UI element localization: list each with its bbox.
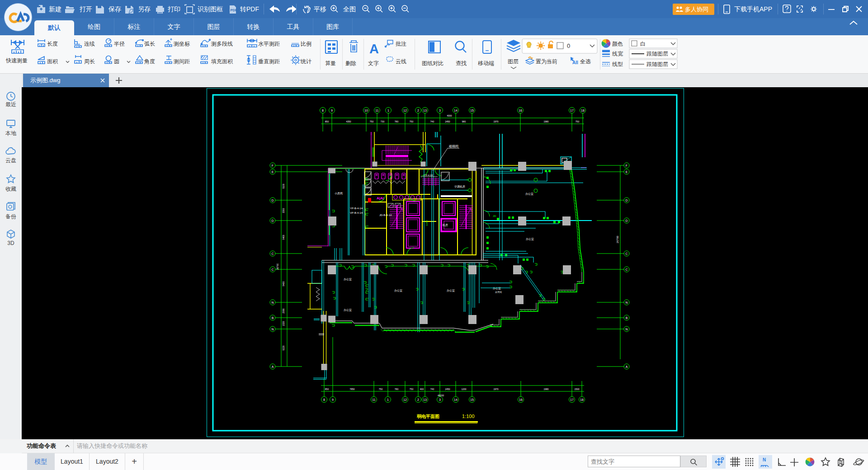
svg-text:3300: 3300 xyxy=(282,208,285,213)
svg-text:D: D xyxy=(271,219,274,222)
svg-text:2450: 2450 xyxy=(445,388,450,390)
svg-text:空调机房: 空调机房 xyxy=(454,185,465,188)
svg-text:跟随图层: 跟随图层 xyxy=(646,61,668,67)
svg-text:740: 740 xyxy=(430,120,434,123)
svg-text:1980: 1980 xyxy=(543,388,548,390)
svg-text:11: 11 xyxy=(372,398,375,401)
svg-text:N: N xyxy=(625,301,627,304)
svg-text:办公室: 办公室 xyxy=(394,289,402,292)
svg-text:2: 2 xyxy=(417,398,419,401)
svg-text:850: 850 xyxy=(325,388,329,390)
svg-text:1150: 1150 xyxy=(425,220,428,226)
svg-text:750: 750 xyxy=(379,388,383,390)
svg-text:1970: 1970 xyxy=(493,388,498,390)
svg-text:980: 980 xyxy=(462,120,466,123)
svg-text:2580: 2580 xyxy=(282,308,285,313)
svg-text:楼梯间: 楼梯间 xyxy=(449,145,458,148)
svg-text:18: 18 xyxy=(581,109,585,112)
svg-text:弱电平面图: 弱电平面图 xyxy=(416,414,439,419)
svg-text:办公室: 办公室 xyxy=(526,237,534,240)
svg-text:14: 14 xyxy=(454,109,458,112)
svg-text:9: 9 xyxy=(332,398,334,401)
svg-text:D: D xyxy=(271,199,274,202)
svg-text:F: F xyxy=(272,164,274,167)
svg-text:16: 16 xyxy=(519,109,522,112)
svg-text:0: 0 xyxy=(567,42,570,49)
svg-text:9: 9 xyxy=(331,109,333,112)
svg-text:14: 14 xyxy=(454,398,458,401)
svg-text:A: A xyxy=(272,365,274,368)
svg-text:All: All xyxy=(572,60,578,65)
svg-text:办公室: 办公室 xyxy=(525,192,533,195)
svg-text:26700: 26700 xyxy=(616,235,619,243)
svg-text:5400: 5400 xyxy=(282,281,285,286)
svg-text:水管间: 水管间 xyxy=(495,291,502,294)
svg-text:办公室: 办公室 xyxy=(344,308,352,311)
svg-text:白: 白 xyxy=(640,41,646,47)
svg-text:15: 15 xyxy=(470,398,474,401)
svg-text:N: N xyxy=(763,457,766,462)
svg-text:1: 1 xyxy=(387,398,389,401)
svg-text:12: 12 xyxy=(403,109,407,112)
svg-text:1200: 1200 xyxy=(461,388,466,390)
svg-text:5400: 5400 xyxy=(282,235,285,240)
svg-text:E: E xyxy=(272,170,274,174)
svg-text:小房间: 小房间 xyxy=(335,192,343,195)
svg-text:750: 750 xyxy=(370,120,374,123)
svg-text:750: 750 xyxy=(576,120,580,123)
svg-text:750: 750 xyxy=(410,388,414,390)
svg-text:16: 16 xyxy=(519,398,523,401)
svg-text:1320: 1320 xyxy=(282,321,285,326)
svg-text:17: 17 xyxy=(570,398,574,401)
svg-text:E: E xyxy=(626,170,628,174)
svg-text:13: 13 xyxy=(423,109,427,112)
svg-text:750: 750 xyxy=(410,120,414,123)
svg-text:C: C xyxy=(271,252,274,255)
svg-text:850: 850 xyxy=(325,120,329,123)
svg-text:46200: 46200 xyxy=(438,394,444,397)
svg-text:740: 740 xyxy=(430,388,434,390)
svg-text:1: 1 xyxy=(387,109,389,112)
svg-text:15: 15 xyxy=(470,109,474,112)
svg-text:3: 3 xyxy=(439,109,441,112)
svg-text:A|A|: A|A| xyxy=(377,196,384,200)
svg-text:办公室: 办公室 xyxy=(344,277,352,281)
svg-text:A: A xyxy=(369,42,379,56)
svg-text:C: C xyxy=(625,268,627,271)
svg-text:YP-B-4-14: YP-B-4-14 xyxy=(350,207,363,210)
svg-text:B: B xyxy=(626,316,628,320)
svg-text:1980: 1980 xyxy=(543,120,548,123)
svg-text:F: F xyxy=(626,164,627,167)
svg-text:C: C xyxy=(271,268,274,271)
svg-text:JD-B-4-14: JD-B-4-14 xyxy=(379,214,392,216)
svg-text:2: 2 xyxy=(417,109,419,112)
svg-text:JD: JD xyxy=(493,215,496,217)
svg-text:A: A xyxy=(626,365,628,368)
svg-text:1970: 1970 xyxy=(493,120,498,123)
svg-text:机房: 机房 xyxy=(443,223,448,226)
svg-text:PDF: PDF xyxy=(231,8,237,12)
svg-text:C: C xyxy=(625,252,627,255)
svg-text:8: 8 xyxy=(323,398,325,401)
svg-text:D: D xyxy=(625,219,627,222)
svg-text:780: 780 xyxy=(395,120,399,123)
svg-text:N: N xyxy=(625,328,627,331)
svg-text:N: N xyxy=(271,328,274,331)
svg-text:VP-B-4-14: VP-B-4-14 xyxy=(350,212,363,214)
svg-text:N: N xyxy=(271,301,274,304)
svg-text:办公室: 办公室 xyxy=(447,289,455,292)
svg-text:3: 3 xyxy=(439,398,441,401)
svg-text:780: 780 xyxy=(395,388,399,390)
svg-text:B: B xyxy=(272,316,274,320)
svg-text:730: 730 xyxy=(381,120,385,123)
svg-text:18: 18 xyxy=(580,398,584,401)
svg-text:12: 12 xyxy=(403,398,407,401)
svg-text:1500: 1500 xyxy=(574,388,579,390)
svg-text:5100: 5100 xyxy=(282,183,285,188)
svg-text:跟随图层: 跟随图层 xyxy=(646,51,668,57)
svg-text:10: 10 xyxy=(364,109,368,112)
svg-text:400: 400 xyxy=(420,388,424,390)
svg-text:1:100: 1:100 xyxy=(462,414,475,419)
svg-text:13: 13 xyxy=(423,398,427,401)
svg-text:4TP-4-XX: 4TP-4-XX xyxy=(423,174,434,177)
